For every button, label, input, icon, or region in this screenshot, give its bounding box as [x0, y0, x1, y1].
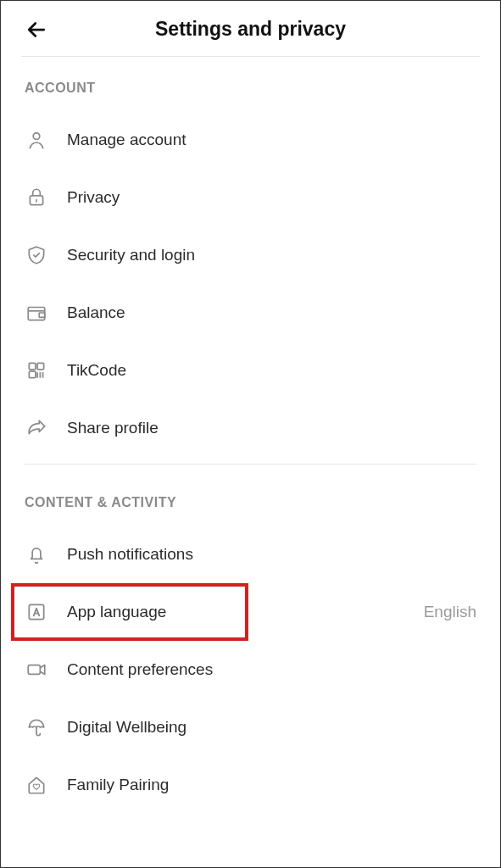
back-button[interactable]: [21, 14, 52, 45]
wallet-icon: [25, 301, 48, 325]
menu-item-app-language[interactable]: App language English: [1, 583, 500, 641]
menu-item-privacy[interactable]: Privacy: [1, 169, 500, 226]
account-menu-list: Manage account Privacy Security and logi…: [1, 111, 500, 457]
qrcode-icon: [25, 359, 48, 382]
content-menu-list: Push notifications App language English …: [1, 526, 500, 814]
person-icon: [25, 128, 48, 152]
svg-rect-8: [29, 371, 36, 378]
menu-label: Share profile: [67, 419, 476, 437]
menu-label: Family Pairing: [67, 776, 476, 794]
svg-rect-7: [37, 363, 44, 370]
menu-label: Digital Wellbeing: [67, 718, 476, 737]
umbrella-icon: [25, 715, 48, 739]
menu-label: TikCode: [67, 361, 476, 380]
menu-item-family-pairing[interactable]: Family Pairing: [1, 756, 500, 814]
menu-label: Balance: [67, 303, 476, 322]
svg-rect-13: [28, 665, 40, 675]
menu-label: App language: [67, 603, 405, 621]
menu-label: Security and login: [67, 246, 476, 264]
home-heart-icon: [25, 773, 48, 797]
menu-label: Manage account: [67, 131, 476, 149]
video-icon: [25, 658, 48, 682]
menu-label: Content preferences: [67, 660, 476, 679]
menu-item-balance[interactable]: Balance: [1, 284, 500, 342]
bell-icon: [25, 542, 48, 566]
svg-point-0: [33, 133, 40, 140]
menu-label: Privacy: [67, 188, 476, 207]
menu-value: English: [424, 603, 476, 621]
lock-icon: [25, 186, 48, 209]
shield-check-icon: [25, 243, 48, 267]
share-arrow-icon: [25, 416, 48, 440]
page-title: Settings and privacy: [21, 18, 480, 41]
menu-label: Push notifications: [67, 545, 476, 564]
section-divider: [25, 464, 476, 465]
menu-item-content-preferences[interactable]: Content preferences: [1, 641, 500, 698]
section-header-content: CONTENT & ACTIVITY: [1, 471, 500, 526]
svg-rect-12: [29, 604, 43, 619]
header: Settings and privacy: [1, 1, 500, 56]
arrow-left-icon: [24, 17, 49, 42]
language-icon: [25, 600, 48, 624]
svg-rect-4: [28, 308, 45, 320]
menu-item-tikcode[interactable]: TikCode: [1, 342, 500, 399]
svg-rect-5: [39, 313, 45, 317]
svg-rect-6: [29, 363, 36, 370]
menu-item-security[interactable]: Security and login: [1, 226, 500, 284]
menu-item-manage-account[interactable]: Manage account: [1, 111, 500, 169]
menu-item-digital-wellbeing[interactable]: Digital Wellbeing: [1, 698, 500, 756]
menu-item-share-profile[interactable]: Share profile: [1, 399, 500, 457]
menu-item-push-notifications[interactable]: Push notifications: [1, 526, 500, 583]
section-header-account: ACCOUNT: [1, 57, 500, 111]
